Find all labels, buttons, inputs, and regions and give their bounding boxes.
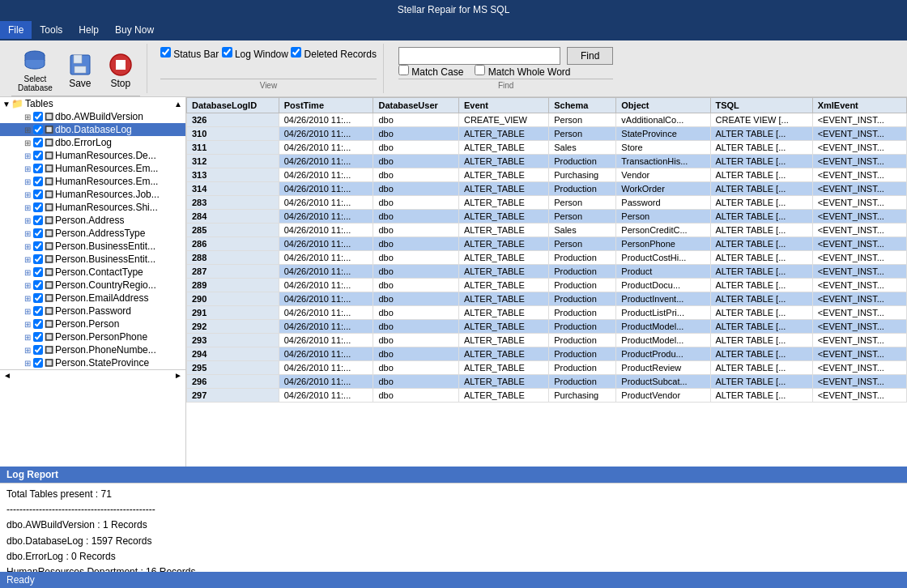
tree-checkbox[interactable]: [33, 319, 43, 329]
table-row[interactable]: 32604/26/2010 11:...dboCREATE_VIEWPerson…: [187, 113, 907, 127]
save-icon: [67, 52, 93, 78]
log-window-check-label[interactable]: Log Window: [222, 49, 288, 60]
table-cell: ALTER TABLE [...: [710, 279, 812, 292]
tree-checkbox[interactable]: [33, 306, 43, 316]
tree-item[interactable]: ⊞ 🔲 HumanResources.Shi...: [0, 201, 185, 214]
tree-item[interactable]: ⊞ 🔲 Person.Address: [0, 214, 185, 227]
table-row[interactable]: 28904/26/2010 11:...dboALTER_TABLEProduc…: [187, 279, 907, 292]
match-case-label[interactable]: Match Case: [398, 65, 463, 78]
tree-checkbox[interactable]: [33, 293, 43, 303]
menu-buynow[interactable]: Buy Now: [107, 21, 162, 39]
tree-checkbox[interactable]: [33, 112, 43, 121]
tree-checkbox[interactable]: [33, 358, 43, 368]
tree-item[interactable]: ⊞ 🔲 HumanResources.De...: [0, 149, 185, 162]
tree-item[interactable]: ⊞ 🔲 Person.Password: [0, 305, 185, 317]
tree-checkbox[interactable]: [33, 241, 43, 251]
table-row[interactable]: 29704/26/2010 11:...dboALTER_TABLEPurcha…: [187, 389, 907, 403]
tree-checkbox[interactable]: [33, 177, 43, 186]
tree-item[interactable]: ⊞ 🔲 Person.BusinessEntit...: [0, 240, 185, 253]
table-row[interactable]: 28804/26/2010 11:...dboALTER_TABLEProduc…: [187, 251, 907, 265]
tree-checkbox[interactable]: [33, 332, 43, 342]
tree-item[interactable]: ⊞ 🔲 Person.StateProvince: [0, 356, 185, 369]
tree-checkbox[interactable]: [33, 190, 43, 199]
tree-item[interactable]: ⊞ 🔲 dbo.AWBuildVersion: [0, 110, 185, 123]
table-row[interactable]: 31304/26/2010 11:...dboALTER_TABLEPurcha…: [187, 168, 907, 182]
table-row[interactable]: 28604/26/2010 11:...dboALTER_TABLEPerson…: [187, 237, 907, 251]
table-row[interactable]: 29404/26/2010 11:...dboALTER_TABLEProduc…: [187, 347, 907, 361]
tree-item[interactable]: ⊞ 🔲 Person.AddressType: [0, 227, 185, 240]
tree-checkbox[interactable]: [33, 125, 43, 134]
log-window-checkbox[interactable]: [222, 47, 232, 58]
table-cell: dbo: [373, 251, 459, 265]
table-cell: <EVENT_INST...: [812, 210, 906, 224]
svg-rect-2: [74, 55, 82, 63]
tree-item-label: dbo.AWBuildVersion: [55, 111, 143, 122]
table-row[interactable]: 29204/26/2010 11:...dboALTER_TABLEProduc…: [187, 320, 907, 334]
table-row[interactable]: 29304/26/2010 11:...dboALTER_TABLEProduc…: [187, 334, 907, 347]
table-row[interactable]: 29004/26/2010 11:...dboALTER_TABLEProduc…: [187, 292, 907, 306]
match-whole-word-label[interactable]: Match Whole Word: [475, 65, 570, 78]
tree-item[interactable]: ⊞ 🔲 Person.CountryRegio...: [0, 279, 185, 292]
tree-item[interactable]: ⊞ 🔲 Person.BusinessEntit...: [0, 253, 185, 266]
tree-item[interactable]: ⊞ 🔲 HumanResources.Em...: [0, 162, 185, 175]
tree-checkbox[interactable]: [33, 280, 43, 290]
tree-checkbox[interactable]: [33, 267, 43, 277]
deleted-records-check-label[interactable]: Deleted Records: [291, 49, 377, 60]
menu-tools[interactable]: Tools: [32, 21, 70, 39]
status-bar-checkbox[interactable]: [160, 47, 171, 58]
tree-item[interactable]: ⊞ 🔲 HumanResources.Em...: [0, 175, 185, 188]
table-row[interactable]: 31004/26/2010 11:...dboALTER_TABLEPerson…: [187, 127, 907, 141]
tree-item[interactable]: ⊞ 🔲 Person.PersonPhone: [0, 330, 185, 343]
tree-item[interactable]: ⊞ 🔲 Person.PhoneNumbe...: [0, 343, 185, 356]
right-panel[interactable]: DatabaseLogIDPostTimeDatabaseUserEventSc…: [186, 97, 907, 467]
tree-item[interactable]: ⊞ 🔲 Person.EmailAddress: [0, 292, 185, 305]
tree-checkbox[interactable]: [33, 215, 43, 225]
tree-item[interactable]: ⊞ 🔲 HumanResources.Job...: [0, 188, 185, 201]
table-cell: ALTER TABLE [...: [710, 141, 812, 155]
log-lines: Total Tables present : 71---------------…: [6, 487, 901, 572]
menu-file[interactable]: File: [0, 21, 32, 39]
table-row[interactable]: 28504/26/2010 11:...dboALTER_TABLESalesP…: [187, 224, 907, 237]
table-cell: ProductDocu...: [616, 279, 710, 292]
table-row[interactable]: 31104/26/2010 11:...dboALTER_TABLESalesS…: [187, 141, 907, 155]
select-database-button[interactable]: SelectDatabase: [11, 45, 59, 96]
table-row[interactable]: 28404/26/2010 11:...dboALTER_TABLEPerson…: [187, 210, 907, 224]
tree-checkbox[interactable]: [33, 164, 43, 173]
table-cell: PersonCreditC...: [616, 224, 710, 237]
table-cell: Production: [549, 375, 616, 389]
tree-checkbox[interactable]: [33, 138, 43, 147]
tree-checkbox[interactable]: [33, 228, 43, 238]
find-input[interactable]: [398, 47, 560, 65]
match-whole-word-checkbox[interactable]: [475, 65, 485, 75]
table-row[interactable]: 28304/26/2010 11:...dboALTER_TABLEPerson…: [187, 196, 907, 210]
find-button[interactable]: Find: [567, 47, 613, 65]
table-cell: 04/26/2010 11:...: [279, 210, 373, 224]
tree-checkbox[interactable]: [33, 202, 43, 212]
select-database-icon: [22, 49, 48, 75]
menu-help[interactable]: Help: [70, 21, 107, 39]
table-row[interactable]: 31204/26/2010 11:...dboALTER_TABLEProduc…: [187, 155, 907, 168]
tree-checkbox[interactable]: [33, 345, 43, 355]
match-case-checkbox[interactable]: [398, 65, 409, 75]
tree-item[interactable]: ⊞ 🔲 Person.ContactType: [0, 266, 185, 279]
root-label: Tables: [25, 98, 53, 109]
tree-item[interactable]: ⊞ 🔲 Person.Person: [0, 317, 185, 330]
status-bar-check-label[interactable]: Status Bar: [160, 49, 219, 60]
save-button[interactable]: Save: [61, 49, 100, 92]
tree-item-label: Person.Person: [55, 318, 119, 330]
table-cell: 291: [187, 306, 279, 320]
stop-button[interactable]: Stop: [101, 49, 140, 92]
table-row[interactable]: 28704/26/2010 11:...dboALTER_TABLEProduc…: [187, 265, 907, 279]
tree-item[interactable]: ⊞ 🔲 dbo.DatabaseLog: [0, 123, 185, 136]
table-row[interactable]: 29504/26/2010 11:...dboALTER_TABLEProduc…: [187, 361, 907, 375]
tree-checkbox[interactable]: [33, 151, 43, 160]
table-row[interactable]: 29104/26/2010 11:...dboALTER_TABLEProduc…: [187, 306, 907, 320]
tree-item-label: Person.BusinessEntit...: [55, 254, 155, 265]
tree-item[interactable]: ⊞ 🔲 dbo.ErrorLog: [0, 136, 185, 149]
table-row[interactable]: 29604/26/2010 11:...dboALTER_TABLEProduc…: [187, 375, 907, 389]
tree-root[interactable]: ▼ 📁 Tables ▲: [0, 97, 185, 110]
tree-checkbox[interactable]: [33, 254, 43, 264]
table-row[interactable]: 31404/26/2010 11:...dboALTER_TABLEProduc…: [187, 182, 907, 196]
deleted-records-checkbox[interactable]: [291, 47, 301, 58]
scroll-left-icon: ◄: [3, 371, 11, 380]
